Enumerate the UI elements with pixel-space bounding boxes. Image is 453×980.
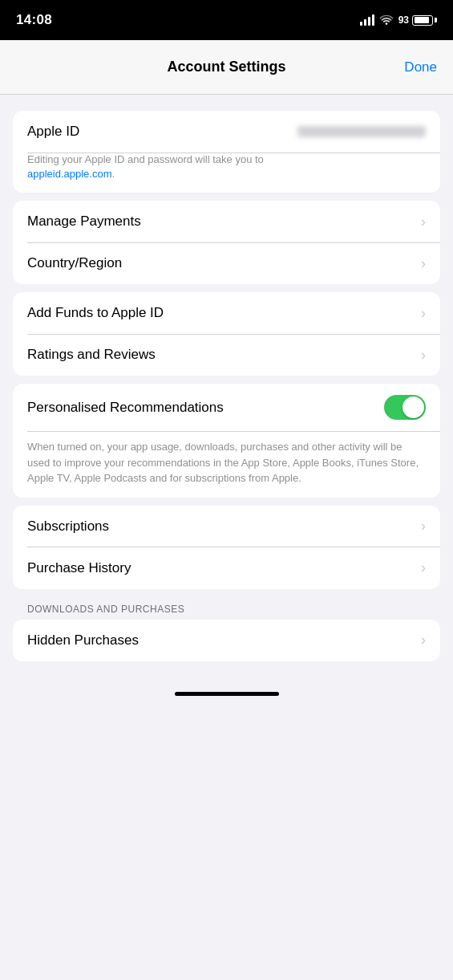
personalised-row[interactable]: Personalised Recommendations <box>13 384 440 431</box>
chevron-icon: › <box>421 632 426 649</box>
wifi-icon <box>379 14 394 26</box>
apple-id-label: Apple ID <box>27 124 79 140</box>
ratings-reviews-row[interactable]: Ratings and Reviews › <box>13 334 440 376</box>
personalised-label: Personalised Recommendations <box>27 400 224 416</box>
add-funds-label: Add Funds to Apple ID <box>27 305 164 321</box>
toggle-knob <box>402 396 424 418</box>
signal-icon <box>360 14 374 26</box>
downloads-header: DOWNLOADS AND PURCHASES <box>13 597 440 620</box>
manage-payments-row[interactable]: Manage Payments › <box>13 201 440 242</box>
add-funds-row[interactable]: Add Funds to Apple ID › <box>13 292 440 334</box>
apple-id-value <box>297 126 426 137</box>
subscriptions-section: Subscriptions › Purchase History › <box>13 506 440 589</box>
hidden-purchases-group: Hidden Purchases › <box>13 620 440 661</box>
downloads-section: DOWNLOADS AND PURCHASES Hidden Purchases… <box>13 597 440 669</box>
purchase-history-row[interactable]: Purchase History › <box>13 547 440 589</box>
chevron-icon: › <box>421 518 426 535</box>
country-region-label: Country/Region <box>27 255 122 271</box>
battery-level: 93 <box>398 14 409 26</box>
content-area: Apple ID Editing your Apple ID and passw… <box>0 95 453 685</box>
payments-section: Manage Payments › Country/Region › <box>13 201 440 284</box>
subscriptions-row[interactable]: Subscriptions › <box>13 506 440 547</box>
hidden-purchases-label: Hidden Purchases <box>27 632 139 649</box>
chevron-icon: › <box>421 213 426 230</box>
home-indicator <box>0 685 453 706</box>
manage-payments-label: Manage Payments <box>27 213 141 230</box>
nav-title: Account Settings <box>167 59 285 75</box>
chevron-icon: › <box>421 559 426 576</box>
chevron-icon: › <box>421 305 426 322</box>
apple-id-description: Editing your Apple ID and password will … <box>13 152 440 193</box>
hidden-purchases-row[interactable]: Hidden Purchases › <box>13 620 440 661</box>
home-bar <box>175 692 279 696</box>
chevron-icon: › <box>421 255 426 272</box>
status-icons: 93 <box>360 14 437 26</box>
status-bar: 14:08 93 <box>0 0 453 40</box>
chevron-icon: › <box>421 347 426 364</box>
personalised-toggle[interactable] <box>384 395 426 420</box>
ratings-reviews-label: Ratings and Reviews <box>27 347 156 363</box>
battery-indicator: 93 <box>398 14 437 26</box>
funds-section: Add Funds to Apple ID › Ratings and Revi… <box>13 292 440 376</box>
apple-id-section: Apple ID Editing your Apple ID and passw… <box>13 111 440 193</box>
country-region-row[interactable]: Country/Region › <box>13 242 440 284</box>
apple-id-link[interactable]: appleid.apple.com <box>27 168 112 180</box>
apple-id-row[interactable]: Apple ID <box>13 111 440 152</box>
purchase-history-label: Purchase History <box>27 560 131 576</box>
personalised-section: Personalised Recommendations When turned… <box>13 384 440 498</box>
personalised-description: When turned on, your app usage, download… <box>13 431 440 498</box>
nav-bar: Account Settings Done <box>0 40 453 95</box>
status-time: 14:08 <box>16 12 52 28</box>
done-button[interactable]: Done <box>404 59 437 75</box>
subscriptions-label: Subscriptions <box>27 518 109 535</box>
